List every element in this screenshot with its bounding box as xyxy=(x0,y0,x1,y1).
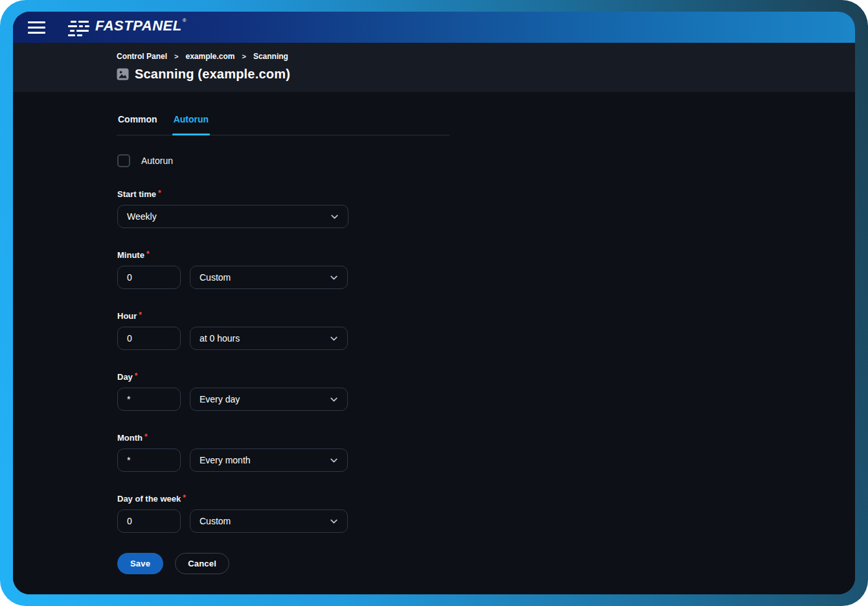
required-asterisk: * xyxy=(144,432,148,441)
page-title: Scanning (example.com) xyxy=(135,67,290,82)
required-asterisk: * xyxy=(183,493,186,502)
field-month: Month* Every month xyxy=(117,432,855,472)
chevron-down-icon xyxy=(329,517,339,526)
chevron-down-icon xyxy=(329,395,339,404)
fastpanel-logo[interactable]: FASTPANEL® xyxy=(67,17,187,38)
tab-common[interactable]: Common xyxy=(117,114,159,135)
day-of-week-label: Day of the week xyxy=(117,494,181,504)
autorun-checkbox-row: Autorun xyxy=(117,154,855,167)
breadcrumb-separator: > xyxy=(174,52,178,60)
minute-label: Minute xyxy=(117,250,144,260)
breadcrumb-separator: > xyxy=(242,52,246,60)
field-day: Day* Every day xyxy=(117,371,855,411)
title-row: Scanning (example.com) xyxy=(117,67,855,82)
image-icon xyxy=(117,68,129,80)
field-minute: Minute* Custom xyxy=(117,250,855,289)
day-label: Day xyxy=(117,372,133,382)
chevron-down-icon xyxy=(330,212,339,222)
chevron-down-icon xyxy=(329,334,339,344)
hamburger-menu-icon[interactable] xyxy=(21,16,51,39)
hour-input[interactable] xyxy=(117,327,181,350)
day-of-week-mode-select[interactable]: Custom xyxy=(190,509,348,533)
hour-mode-select[interactable]: at 0 hours xyxy=(190,327,348,350)
equalizer-logo-icon xyxy=(67,20,91,38)
form-actions: Save Cancel xyxy=(117,553,855,574)
start-time-label: Start time xyxy=(117,189,156,199)
day-input[interactable] xyxy=(117,388,181,411)
field-start-time: Start time* Weekly xyxy=(117,189,855,228)
required-asterisk: * xyxy=(146,250,150,259)
day-of-week-input[interactable] xyxy=(117,509,181,533)
breadcrumb-example-com[interactable]: example.com xyxy=(185,52,234,61)
page-header: Control Panel > example.com > Scanning S… xyxy=(13,43,855,92)
month-label: Month xyxy=(117,433,143,443)
hour-label: Hour xyxy=(117,311,137,321)
tab-autorun[interactable]: Autorun xyxy=(172,114,210,135)
required-asterisk: * xyxy=(158,189,161,198)
cancel-button[interactable]: Cancel xyxy=(175,553,229,574)
breadcrumb-scanning[interactable]: Scanning xyxy=(253,52,288,61)
top-navigation-bar: FASTPANEL® xyxy=(13,12,855,43)
month-input[interactable] xyxy=(117,449,181,472)
autorun-checkbox[interactable] xyxy=(117,154,130,167)
field-hour: Hour* at 0 hours xyxy=(117,310,855,350)
outer-gradient-frame: FASTPANEL® Control Panel > example.com >… xyxy=(0,0,868,606)
day-mode-select[interactable]: Every day xyxy=(190,388,348,411)
tab-bar: Common Autorun xyxy=(117,114,450,135)
registered-mark: ® xyxy=(183,17,187,24)
save-button[interactable]: Save xyxy=(117,553,163,574)
required-asterisk: * xyxy=(139,310,142,320)
field-day-of-week: Day of the week* Custom xyxy=(117,493,855,533)
month-mode-select[interactable]: Every month xyxy=(190,449,348,472)
main-content: Common Autorun Autorun Start time* Weekl… xyxy=(13,92,855,594)
app-window: FASTPANEL® Control Panel > example.com >… xyxy=(13,12,855,594)
chevron-down-icon xyxy=(329,273,339,283)
autorun-checkbox-label: Autorun xyxy=(141,156,173,166)
breadcrumb: Control Panel > example.com > Scanning xyxy=(117,52,855,61)
minute-mode-select[interactable]: Custom xyxy=(190,266,348,289)
brand-name: FASTPANEL xyxy=(95,17,182,34)
start-time-select[interactable]: Weekly xyxy=(117,205,348,228)
breadcrumb-control-panel[interactable]: Control Panel xyxy=(117,52,167,61)
required-asterisk: * xyxy=(135,371,138,380)
chevron-down-icon xyxy=(329,456,339,465)
minute-input[interactable] xyxy=(117,266,181,289)
